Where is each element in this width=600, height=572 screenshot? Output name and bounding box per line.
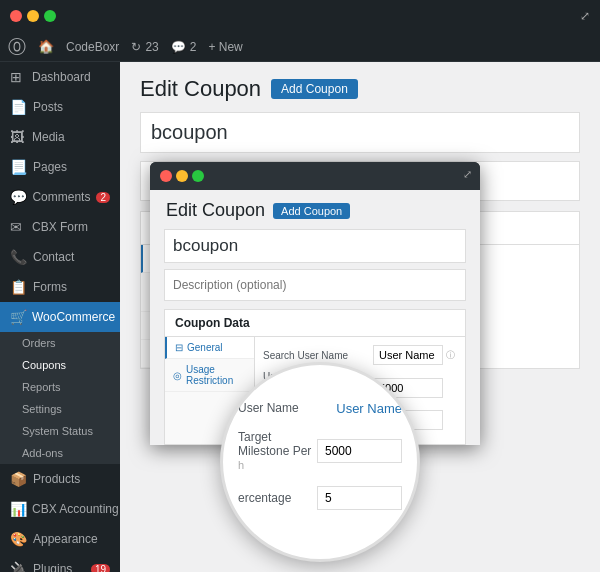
comments-count[interactable]: 💬 2 bbox=[171, 40, 197, 54]
add-coupon-button[interactable]: Add Coupon bbox=[271, 79, 358, 99]
forms-icon: 📋 bbox=[10, 279, 27, 295]
comments-icon: 💬 bbox=[10, 189, 26, 205]
sidebar-item-plugins[interactable]: 🔌 Plugins 19 bbox=[0, 554, 120, 572]
sidebar-item-cbx-form[interactable]: ✉ CBX Form bbox=[0, 212, 120, 242]
admin-bar: ⓪ 🏠 CodeBoxr ↻ 23 💬 2 + New bbox=[0, 32, 600, 62]
overlay-tab-usage-restriction[interactable]: ◎ Usage Restriction bbox=[165, 359, 254, 392]
magnifier-content: User Name User Name Target Milestone Per… bbox=[223, 386, 417, 539]
appearance-icon: 🎨 bbox=[10, 531, 27, 547]
contact-icon: 📞 bbox=[10, 249, 27, 265]
mag-username-label: User Name bbox=[238, 401, 336, 415]
sidebar-item-dashboard[interactable]: ⊞ Dashboard bbox=[0, 62, 120, 92]
mag-percentage-row: ercentage bbox=[238, 486, 402, 510]
mag-percentage-label: ercentage bbox=[238, 491, 317, 505]
pages-icon: 📃 bbox=[10, 159, 27, 175]
posts-icon: 📄 bbox=[10, 99, 27, 115]
field-row-search-user: Search User Name ⓘ bbox=[263, 345, 457, 365]
sidebar-item-woocommerce[interactable]: 🛒 WooCommerce bbox=[0, 302, 120, 332]
sidebar-item-appearance[interactable]: 🎨 Appearance bbox=[0, 524, 120, 554]
sidebar-sub-item-add-ons[interactable]: Add-ons bbox=[0, 442, 120, 464]
mag-milestone-label: Target Milestone Per h bbox=[238, 430, 317, 472]
mag-milestone-subtext: h bbox=[238, 459, 244, 471]
traffic-lights bbox=[10, 10, 56, 22]
overlay-page-header: Edit Coupon Add Coupon bbox=[150, 190, 480, 229]
site-name[interactable]: CodeBoxr bbox=[66, 40, 119, 54]
sidebar-item-contact[interactable]: 📞 Contact bbox=[0, 242, 120, 272]
mag-percentage-input[interactable] bbox=[317, 486, 402, 510]
updates-count[interactable]: ↻ 23 bbox=[131, 40, 158, 54]
woocommerce-submenu: Orders Coupons Reports Settings System S… bbox=[0, 332, 120, 464]
sidebar-sub-item-settings[interactable]: Settings bbox=[0, 398, 120, 420]
comments-badge: 2 bbox=[96, 192, 110, 203]
overlay-traffic-lights bbox=[160, 170, 204, 182]
overlay-description-input[interactable] bbox=[164, 269, 466, 301]
overlay-general-icon: ⊟ bbox=[175, 342, 183, 353]
wp-logo-icon[interactable]: ⓪ bbox=[8, 35, 26, 59]
sidebar-item-pages[interactable]: 📃 Pages bbox=[0, 152, 120, 182]
overlay-coupon-name-input[interactable] bbox=[164, 229, 466, 263]
sidebar-item-posts[interactable]: 📄 Posts bbox=[0, 92, 120, 122]
sidebar-item-forms[interactable]: 📋 Forms bbox=[0, 272, 120, 302]
home-icon[interactable]: 🏠 bbox=[38, 39, 54, 54]
plugins-badge: 19 bbox=[91, 564, 110, 573]
sidebar-item-products[interactable]: 📦 Products bbox=[0, 464, 120, 494]
overlay-minimize-button[interactable] bbox=[176, 170, 188, 182]
main-layout: ⊞ Dashboard 📄 Posts 🖼 Media 📃 Pages 💬 Co… bbox=[0, 62, 600, 572]
search-user-hint: ⓘ bbox=[446, 349, 455, 362]
search-user-label: Search User Name bbox=[263, 350, 373, 361]
content-area: Edit Coupon Add Coupon Coupon Data ⊟ Gen… bbox=[120, 62, 600, 572]
mag-username-value: User Name bbox=[336, 401, 402, 416]
magnifier: User Name User Name Target Milestone Per… bbox=[220, 362, 420, 562]
sidebar: ⊞ Dashboard 📄 Posts 🖼 Media 📃 Pages 💬 Co… bbox=[0, 62, 120, 572]
sidebar-item-comments[interactable]: 💬 Comments 2 bbox=[0, 182, 120, 212]
minimize-button[interactable] bbox=[27, 10, 39, 22]
search-user-input[interactable] bbox=[373, 345, 443, 365]
sidebar-item-media[interactable]: 🖼 Media bbox=[0, 122, 120, 152]
overlay-usage-icon: ◎ bbox=[173, 370, 182, 381]
sidebar-sub-item-coupons[interactable]: Coupons bbox=[0, 354, 120, 376]
overlay-titlebar: ⤢ bbox=[150, 162, 480, 190]
overlay-tab-general[interactable]: ⊟ General bbox=[165, 337, 254, 359]
cbx-form-icon: ✉ bbox=[10, 219, 26, 235]
new-content[interactable]: + New bbox=[208, 40, 242, 54]
top-bar: ⤢ bbox=[0, 0, 600, 32]
sidebar-sub-item-system-status[interactable]: System Status bbox=[0, 420, 120, 442]
close-button[interactable] bbox=[10, 10, 22, 22]
overlay-close-button[interactable] bbox=[160, 170, 172, 182]
expand-icon: ⤢ bbox=[580, 9, 590, 23]
mag-username-row: User Name User Name bbox=[238, 401, 402, 416]
overlay-add-coupon-button[interactable]: Add Coupon bbox=[273, 203, 350, 219]
media-icon: 🖼 bbox=[10, 129, 26, 145]
plugins-icon: 🔌 bbox=[10, 561, 27, 572]
mag-milestone-input[interactable] bbox=[317, 439, 402, 463]
woocommerce-icon: 🛒 bbox=[10, 309, 26, 325]
sidebar-sub-item-orders[interactable]: Orders bbox=[0, 332, 120, 354]
sidebar-item-cbx-accounting[interactable]: 📊 CBX Accounting bbox=[0, 494, 120, 524]
sidebar-sub-item-reports[interactable]: Reports bbox=[0, 376, 120, 398]
fullscreen-button[interactable] bbox=[44, 10, 56, 22]
cbx-accounting-icon: 📊 bbox=[10, 501, 26, 517]
overlay-page-title: Edit Coupon bbox=[166, 200, 265, 221]
mag-milestone-row: Target Milestone Per h bbox=[238, 430, 402, 472]
overlay-fullscreen-button[interactable] bbox=[192, 170, 204, 182]
coupon-name-input[interactable] bbox=[140, 112, 580, 153]
dashboard-icon: ⊞ bbox=[10, 69, 26, 85]
page-header: Edit Coupon Add Coupon bbox=[120, 62, 600, 112]
products-icon: 📦 bbox=[10, 471, 27, 487]
overlay-coupon-data-header: Coupon Data bbox=[165, 310, 465, 337]
overlay-expand-icon: ⤢ bbox=[463, 168, 472, 181]
page-title: Edit Coupon bbox=[140, 76, 261, 102]
